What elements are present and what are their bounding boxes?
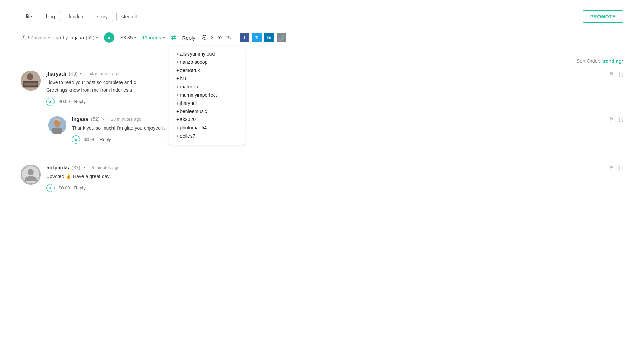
comment-rep-jharyadi: (49)	[69, 71, 78, 77]
comment-text-jharyadi: I love to read your post so complete and…	[46, 79, 623, 94]
svg-point-8	[28, 169, 34, 175]
comment-jharyadi: jharyadi (49) ▾ · 54 minutes ago ⚑ [-] I…	[21, 71, 623, 106]
comment-ingaaa-content: ingaaa (52) ▾ · 18 minutes ago ⚑ [-] Tha…	[72, 116, 623, 144]
comment-hotpacks: hotpacks (37) ▾ · 3 minutes ago ⚑ [-] Up…	[21, 165, 623, 192]
comment-author-dropdown-ingaaa[interactable]: ▾	[102, 117, 104, 121]
meta-row: 57 minutes ago by ingaaa (52) ▾ ▲ $8.85 …	[21, 32, 623, 50]
time-ago-text: 57 minutes ago	[28, 35, 61, 40]
upvote-button[interactable]: ▲	[104, 32, 114, 43]
comment-jharyadi-content: jharyadi (49) ▾ · 54 minutes ago ⚑ [-] I…	[46, 71, 623, 106]
voter-6[interactable]: mummyimperfect	[176, 91, 238, 99]
tags-list: life blog london story steemit	[21, 12, 142, 21]
author-name[interactable]: ingaaa	[70, 35, 84, 40]
voter-10[interactable]: photoman54	[176, 124, 238, 132]
comment-author-dropdown-jharyadi[interactable]: ▾	[80, 72, 82, 76]
reply-button-ingaaa[interactable]: Reply	[100, 137, 111, 142]
author-rep: (52)	[86, 35, 95, 40]
chat-icon: 💬	[202, 35, 207, 40]
flag-icon-hotpacks[interactable]: ⚑	[609, 165, 614, 170]
comments-count: 3	[211, 35, 214, 40]
collapse-button-ingaaa[interactable]: [-]	[619, 116, 623, 122]
payout-small-hotpacks: $0.00	[59, 185, 70, 190]
voter-2[interactable]: nanzo-scoop	[176, 58, 238, 67]
comment-actions-ingaaa: ▲ $0.00 Reply	[72, 135, 623, 144]
comment-dot-hotpacks: ·	[88, 165, 89, 170]
tag-london[interactable]: london	[64, 12, 88, 21]
payout-small-ingaaa: $0.00	[84, 137, 96, 142]
clock-icon	[21, 35, 26, 40]
svg-point-1	[27, 73, 33, 80]
views-count: 25	[225, 35, 231, 40]
comment-rep-ingaaa: (52)	[91, 116, 100, 122]
payout-amount: $8.85 ▾	[120, 35, 136, 40]
comment-ingaaa-header: ingaaa (52) ▾ · 18 minutes ago ⚑ [-]	[72, 116, 623, 122]
comment-actions-hotpacks: ▲ $0.00 Reply	[46, 184, 623, 192]
flag-icon-jharyadi[interactable]: ⚑	[609, 71, 614, 77]
upvote-small-ingaaa[interactable]: ▲	[72, 135, 80, 144]
post-time: 57 minutes ago by ingaaa (52) ▾	[21, 35, 98, 40]
voter-5[interactable]: mafeeva	[176, 83, 238, 91]
promote-button[interactable]: PROMOTE	[583, 10, 623, 23]
separator	[21, 154, 623, 154]
comment-time-ingaaa: 18 minutes ago	[111, 117, 142, 122]
reply-button-hotpacks[interactable]: Reply	[74, 185, 86, 190]
voter-7[interactable]: jharyadi	[176, 99, 238, 108]
tag-story[interactable]: story	[92, 12, 113, 21]
comment-text-ingaaa: Thank you so much! I'm glad you enjoyed …	[72, 124, 623, 132]
votes-button[interactable]: 11 votes ▾	[142, 35, 165, 40]
sort-row: Sort Order: trending ▾	[21, 58, 623, 64]
tag-life[interactable]: life	[21, 12, 37, 21]
sort-dropdown-icon[interactable]: ▾	[622, 58, 623, 64]
comment-hotpacks-content: hotpacks (37) ▾ · 3 minutes ago ⚑ [-] Up…	[46, 165, 623, 192]
facebook-share-icon[interactable]: f	[240, 33, 249, 42]
engagement-stats: 💬 3 👁 25	[202, 35, 231, 40]
link-share-icon[interactable]: 🔗	[277, 33, 286, 42]
voter-9[interactable]: ak2020	[176, 116, 238, 124]
votes-dropdown: allasyummyfood nanzo-scoop demotruk hr1 …	[169, 46, 245, 145]
upvote-small-hotpacks[interactable]: ▲	[46, 184, 55, 192]
social-share-icons: f 𝕏 in 🔗	[240, 33, 286, 42]
linkedin-share-icon[interactable]: in	[264, 33, 274, 42]
voter-8[interactable]: benleemusic	[176, 108, 238, 116]
avatar-hotpacks	[21, 165, 41, 185]
svg-rect-6	[52, 128, 62, 134]
comment-author-dropdown-hotpacks[interactable]: ▾	[83, 166, 85, 169]
comment-actions-jharyadi: ▲ $0.00 Reply	[46, 98, 623, 106]
comment-hotpacks-header: hotpacks (37) ▾ · 3 minutes ago ⚑ [-]	[46, 165, 623, 170]
flag-icon-ingaaa[interactable]: ⚑	[609, 116, 614, 122]
comment-rep-hotpacks: (37)	[72, 165, 80, 170]
by-text: by	[63, 35, 68, 40]
comment-author-hotpacks[interactable]: hotpacks	[46, 165, 69, 170]
collapse-button-hotpacks[interactable]: [-]	[619, 165, 623, 170]
sort-label: Sort Order:	[577, 58, 601, 64]
tags-row: life blog london story steemit PROMOTE	[21, 10, 623, 23]
avatar-ingaaa	[48, 116, 66, 134]
twitter-share-icon[interactable]: 𝕏	[252, 33, 262, 42]
comment-author-jharyadi[interactable]: jharyadi	[46, 71, 66, 77]
voter-1[interactable]: allasyummyfood	[176, 50, 238, 58]
payout-dropdown-icon[interactable]: ▾	[134, 36, 136, 40]
voter-11[interactable]: dolles7	[176, 132, 238, 140]
comment-text-hotpacks: Upvoted ✌ Have a great day!	[46, 172, 623, 180]
svg-rect-3	[24, 83, 38, 86]
sort-value[interactable]: trending	[602, 58, 622, 64]
voter-3[interactable]: demotruk	[176, 67, 238, 75]
comment-dot-jharyadi: ·	[85, 71, 86, 76]
reply-button-main[interactable]: Reply	[182, 35, 195, 41]
eye-icon: 👁	[217, 35, 222, 40]
comment-ingaaa-reply: ingaaa (52) ▾ · 18 minutes ago ⚑ [-] Tha…	[48, 116, 623, 144]
comment-author-ingaaa[interactable]: ingaaa	[72, 116, 88, 122]
comment-time-jharyadi: 54 minutes ago	[89, 71, 119, 76]
payout-small-jharyadi: $0.00	[59, 99, 70, 104]
reply-button-jharyadi[interactable]: Reply	[74, 99, 86, 104]
comment-dot-ingaaa: ·	[107, 117, 108, 121]
tag-steemit[interactable]: steemit	[116, 12, 142, 21]
author-dropdown-icon[interactable]: ▾	[96, 36, 98, 40]
upvote-small-jharyadi[interactable]: ▲	[46, 98, 55, 106]
tag-blog[interactable]: blog	[41, 12, 60, 21]
collapse-button-jharyadi[interactable]: [-]	[619, 71, 623, 77]
voter-4[interactable]: hr1	[176, 75, 238, 83]
resteem-icon[interactable]: ⇄	[171, 34, 176, 41]
comments-section: jharyadi (49) ▾ · 54 minutes ago ⚑ [-] I…	[21, 71, 623, 192]
avatar-jharyadi	[21, 71, 41, 91]
